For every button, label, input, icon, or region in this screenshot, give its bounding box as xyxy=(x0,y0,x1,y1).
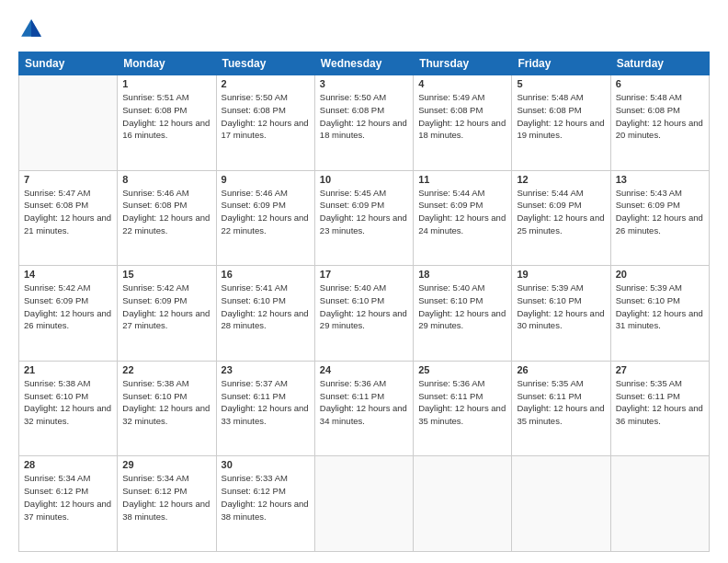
sunset-text: Sunset: 6:09 PM xyxy=(24,295,88,305)
calendar-cell: 25 Sunrise: 5:36 AM Sunset: 6:11 PM Dayl… xyxy=(414,361,512,456)
calendar-cell: 5 Sunrise: 5:48 AM Sunset: 6:08 PM Dayli… xyxy=(512,75,610,171)
calendar-cell: 4 Sunrise: 5:49 AM Sunset: 6:08 PM Dayli… xyxy=(414,75,512,171)
sunrise-text: Sunrise: 5:42 AM xyxy=(122,282,188,293)
day-number: 19 xyxy=(517,269,605,280)
day-info: Sunrise: 5:38 AM Sunset: 6:10 PM Dayligh… xyxy=(24,377,112,428)
sunrise-text: Sunrise: 5:48 AM xyxy=(517,92,583,102)
day-info: Sunrise: 5:34 AM Sunset: 6:12 PM Dayligh… xyxy=(122,472,210,523)
sunrise-text: Sunrise: 5:34 AM xyxy=(122,473,188,483)
day-number: 20 xyxy=(616,269,704,280)
daylight-text: Daylight: 12 hours and 25 minutes. xyxy=(517,213,604,236)
calendar-table: Sunday Monday Tuesday Wednesday Thursday… xyxy=(18,52,710,552)
calendar-cell: 21 Sunrise: 5:38 AM Sunset: 6:10 PM Dayl… xyxy=(19,361,118,456)
day-info: Sunrise: 5:33 AM Sunset: 6:12 PM Dayligh… xyxy=(222,472,310,523)
day-info: Sunrise: 5:42 AM Sunset: 6:09 PM Dayligh… xyxy=(24,282,112,332)
day-number: 11 xyxy=(418,174,506,185)
header-saturday: Saturday xyxy=(610,52,709,75)
sunrise-text: Sunrise: 5:50 AM xyxy=(320,92,386,102)
header xyxy=(18,17,710,42)
day-number: 13 xyxy=(616,174,704,185)
sunrise-text: Sunrise: 5:44 AM xyxy=(517,188,583,198)
sunrise-text: Sunrise: 5:49 AM xyxy=(418,92,484,102)
calendar-cell: 16 Sunrise: 5:41 AM Sunset: 6:10 PM Dayl… xyxy=(216,266,314,362)
sunset-text: Sunset: 6:08 PM xyxy=(320,105,384,115)
daylight-text: Daylight: 12 hours and 34 minutes. xyxy=(320,403,407,426)
sunrise-text: Sunrise: 5:46 AM xyxy=(122,188,188,198)
sunrise-text: Sunrise: 5:39 AM xyxy=(616,282,682,293)
sunrise-text: Sunrise: 5:50 AM xyxy=(222,92,288,102)
sunrise-text: Sunrise: 5:33 AM xyxy=(222,473,288,483)
daylight-text: Daylight: 12 hours and 33 minutes. xyxy=(222,403,309,426)
daylight-text: Daylight: 12 hours and 27 minutes. xyxy=(122,308,210,331)
sunrise-text: Sunrise: 5:41 AM xyxy=(222,282,288,293)
day-info: Sunrise: 5:41 AM Sunset: 6:10 PM Dayligh… xyxy=(222,282,310,332)
calendar-cell: 15 Sunrise: 5:42 AM Sunset: 6:09 PM Dayl… xyxy=(118,266,216,362)
day-info: Sunrise: 5:46 AM Sunset: 6:08 PM Dayligh… xyxy=(122,187,210,237)
logo xyxy=(18,17,48,42)
sunrise-text: Sunrise: 5:45 AM xyxy=(320,188,386,198)
day-info: Sunrise: 5:39 AM Sunset: 6:10 PM Dayligh… xyxy=(616,282,704,332)
calendar-cell: 10 Sunrise: 5:45 AM Sunset: 6:09 PM Dayl… xyxy=(314,170,413,266)
sunrise-text: Sunrise: 5:34 AM xyxy=(24,473,90,483)
sunset-text: Sunset: 6:10 PM xyxy=(418,295,483,305)
calendar-cell: 13 Sunrise: 5:43 AM Sunset: 6:09 PM Dayl… xyxy=(610,170,709,266)
calendar-cell: 27 Sunrise: 5:35 AM Sunset: 6:11 PM Dayl… xyxy=(610,361,709,456)
sunset-text: Sunset: 6:09 PM xyxy=(320,200,384,210)
day-info: Sunrise: 5:39 AM Sunset: 6:10 PM Dayligh… xyxy=(517,282,605,332)
daylight-text: Daylight: 12 hours and 24 minutes. xyxy=(418,213,506,236)
calendar-cell: 7 Sunrise: 5:47 AM Sunset: 6:08 PM Dayli… xyxy=(19,170,118,266)
sunrise-text: Sunrise: 5:35 AM xyxy=(616,378,682,388)
sunset-text: Sunset: 6:10 PM xyxy=(320,295,384,305)
calendar-cell xyxy=(314,456,413,552)
header-thursday: Thursday xyxy=(414,52,512,75)
day-info: Sunrise: 5:50 AM Sunset: 6:08 PM Dayligh… xyxy=(222,91,310,142)
calendar-cell: 14 Sunrise: 5:42 AM Sunset: 6:09 PM Dayl… xyxy=(19,266,118,362)
day-info: Sunrise: 5:44 AM Sunset: 6:09 PM Dayligh… xyxy=(517,187,605,237)
daylight-text: Daylight: 12 hours and 26 minutes. xyxy=(24,308,111,331)
calendar-cell: 11 Sunrise: 5:44 AM Sunset: 6:09 PM Dayl… xyxy=(414,170,512,266)
logo-icon xyxy=(18,17,44,42)
daylight-text: Daylight: 12 hours and 19 minutes. xyxy=(517,118,604,141)
weekday-header-row: Sunday Monday Tuesday Wednesday Thursday… xyxy=(19,52,710,75)
sunrise-text: Sunrise: 5:39 AM xyxy=(517,282,583,293)
sunset-text: Sunset: 6:08 PM xyxy=(122,200,187,210)
header-monday: Monday xyxy=(118,52,216,75)
day-number: 17 xyxy=(320,269,408,280)
day-number: 14 xyxy=(24,269,112,280)
day-number: 5 xyxy=(517,78,605,89)
daylight-text: Daylight: 12 hours and 38 minutes. xyxy=(122,499,210,522)
day-info: Sunrise: 5:36 AM Sunset: 6:11 PM Dayligh… xyxy=(418,377,506,428)
calendar-cell: 17 Sunrise: 5:40 AM Sunset: 6:10 PM Dayl… xyxy=(314,266,413,362)
day-number: 26 xyxy=(517,364,605,375)
sunrise-text: Sunrise: 5:51 AM xyxy=(122,92,188,102)
day-info: Sunrise: 5:38 AM Sunset: 6:10 PM Dayligh… xyxy=(122,377,210,428)
daylight-text: Daylight: 12 hours and 29 minutes. xyxy=(320,308,407,331)
sunrise-text: Sunrise: 5:36 AM xyxy=(320,378,386,388)
sunset-text: Sunset: 6:08 PM xyxy=(122,105,187,115)
day-info: Sunrise: 5:43 AM Sunset: 6:09 PM Dayligh… xyxy=(616,187,704,237)
day-info: Sunrise: 5:35 AM Sunset: 6:11 PM Dayligh… xyxy=(616,377,704,428)
day-number: 24 xyxy=(320,364,408,375)
sunset-text: Sunset: 6:09 PM xyxy=(517,200,581,210)
day-number: 1 xyxy=(122,78,210,89)
day-number: 15 xyxy=(122,269,210,280)
calendar-cell: 3 Sunrise: 5:50 AM Sunset: 6:08 PM Dayli… xyxy=(314,75,413,171)
sunset-text: Sunset: 6:10 PM xyxy=(24,391,88,401)
sunrise-text: Sunrise: 5:40 AM xyxy=(418,282,484,293)
day-info: Sunrise: 5:42 AM Sunset: 6:09 PM Dayligh… xyxy=(122,282,210,332)
calendar-cell: 26 Sunrise: 5:35 AM Sunset: 6:11 PM Dayl… xyxy=(512,361,610,456)
day-info: Sunrise: 5:49 AM Sunset: 6:08 PM Dayligh… xyxy=(418,91,506,142)
calendar-cell: 18 Sunrise: 5:40 AM Sunset: 6:10 PM Dayl… xyxy=(414,266,512,362)
daylight-text: Daylight: 12 hours and 35 minutes. xyxy=(517,403,604,426)
daylight-text: Daylight: 12 hours and 21 minutes. xyxy=(24,213,111,236)
daylight-text: Daylight: 12 hours and 26 minutes. xyxy=(616,213,703,236)
day-number: 10 xyxy=(320,174,408,185)
sunset-text: Sunset: 6:09 PM xyxy=(222,200,286,210)
sunset-text: Sunset: 6:09 PM xyxy=(418,200,483,210)
calendar-cell: 23 Sunrise: 5:37 AM Sunset: 6:11 PM Dayl… xyxy=(216,361,314,456)
calendar-cell: 1 Sunrise: 5:51 AM Sunset: 6:08 PM Dayli… xyxy=(118,75,216,171)
day-info: Sunrise: 5:51 AM Sunset: 6:08 PM Dayligh… xyxy=(122,91,210,142)
calendar-row-0: 1 Sunrise: 5:51 AM Sunset: 6:08 PM Dayli… xyxy=(19,75,710,171)
calendar-cell: 20 Sunrise: 5:39 AM Sunset: 6:10 PM Dayl… xyxy=(610,266,709,362)
sunset-text: Sunset: 6:11 PM xyxy=(418,391,483,401)
